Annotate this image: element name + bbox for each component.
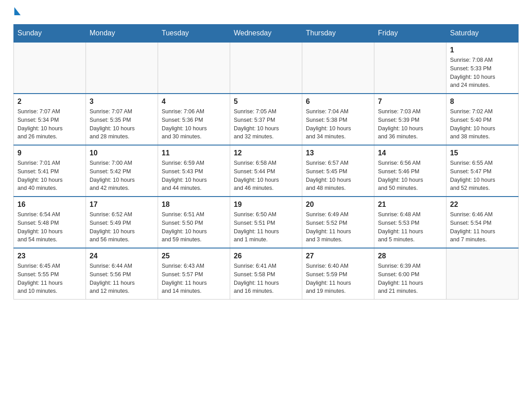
day-number: 18 (162, 201, 226, 209)
day-info: Sunrise: 6:48 AM Sunset: 5:53 PM Dayligh… (378, 210, 442, 244)
day-number: 16 (17, 201, 82, 209)
week-row-4: 16Sunrise: 6:54 AM Sunset: 5:48 PM Dayli… (14, 197, 519, 248)
day-cell: 1Sunrise: 7:08 AM Sunset: 5:33 PM Daylig… (446, 42, 519, 94)
day-number: 1 (450, 46, 515, 54)
header-monday: Monday (86, 25, 158, 43)
header-thursday: Thursday (302, 25, 374, 43)
day-number: 19 (234, 201, 298, 209)
day-number: 13 (306, 149, 370, 157)
logo (13, 9, 21, 15)
day-number: 5 (234, 98, 298, 106)
day-cell: 11Sunrise: 6:59 AM Sunset: 5:43 PM Dayli… (158, 145, 230, 197)
day-cell: 21Sunrise: 6:48 AM Sunset: 5:53 PM Dayli… (374, 197, 446, 248)
day-number: 14 (378, 149, 442, 157)
day-number: 20 (306, 201, 370, 209)
day-cell: 9Sunrise: 7:01 AM Sunset: 5:41 PM Daylig… (14, 145, 86, 197)
day-cell: 12Sunrise: 6:58 AM Sunset: 5:44 PM Dayli… (230, 145, 302, 197)
day-info: Sunrise: 6:52 AM Sunset: 5:49 PM Dayligh… (90, 210, 154, 244)
day-cell (86, 42, 158, 94)
day-number: 17 (90, 201, 154, 209)
day-cell: 18Sunrise: 6:51 AM Sunset: 5:50 PM Dayli… (158, 197, 230, 248)
day-cell: 6Sunrise: 7:04 AM Sunset: 5:38 PM Daylig… (302, 94, 374, 145)
day-cell (230, 42, 302, 94)
day-info: Sunrise: 6:45 AM Sunset: 5:55 PM Dayligh… (17, 262, 82, 295)
day-cell: 26Sunrise: 6:41 AM Sunset: 5:58 PM Dayli… (230, 248, 302, 300)
day-number: 28 (378, 252, 442, 260)
day-cell (302, 42, 374, 94)
day-cell: 10Sunrise: 7:00 AM Sunset: 5:42 PM Dayli… (86, 145, 158, 197)
day-cell: 15Sunrise: 6:55 AM Sunset: 5:47 PM Dayli… (446, 145, 519, 197)
header-saturday: Saturday (446, 25, 519, 43)
day-info: Sunrise: 6:56 AM Sunset: 5:46 PM Dayligh… (378, 159, 442, 193)
header-wednesday: Wednesday (230, 25, 302, 43)
day-number: 7 (378, 98, 442, 106)
day-info: Sunrise: 6:44 AM Sunset: 5:56 PM Dayligh… (90, 262, 154, 295)
day-info: Sunrise: 6:43 AM Sunset: 5:57 PM Dayligh… (162, 262, 226, 295)
header-sunday: Sunday (14, 25, 86, 43)
day-cell (158, 42, 230, 94)
day-cell: 24Sunrise: 6:44 AM Sunset: 5:56 PM Dayli… (86, 248, 158, 300)
day-info: Sunrise: 6:46 AM Sunset: 5:54 PM Dayligh… (450, 210, 515, 244)
day-info: Sunrise: 7:07 AM Sunset: 5:34 PM Dayligh… (17, 107, 82, 141)
day-info: Sunrise: 6:58 AM Sunset: 5:44 PM Dayligh… (234, 159, 298, 193)
day-info: Sunrise: 6:39 AM Sunset: 6:00 PM Dayligh… (378, 262, 442, 295)
week-row-2: 2Sunrise: 7:07 AM Sunset: 5:34 PM Daylig… (14, 94, 519, 145)
day-info: Sunrise: 6:57 AM Sunset: 5:45 PM Dayligh… (306, 159, 370, 193)
day-info: Sunrise: 7:06 AM Sunset: 5:36 PM Dayligh… (162, 107, 226, 141)
day-number: 10 (90, 149, 154, 157)
day-cell: 25Sunrise: 6:43 AM Sunset: 5:57 PM Dayli… (158, 248, 230, 300)
day-cell: 16Sunrise: 6:54 AM Sunset: 5:48 PM Dayli… (14, 197, 86, 248)
day-number: 12 (234, 149, 298, 157)
day-info: Sunrise: 6:40 AM Sunset: 5:59 PM Dayligh… (306, 262, 370, 295)
page-header (13, 9, 519, 15)
calendar-header-row: SundayMondayTuesdayWednesdayThursdayFrid… (14, 25, 519, 43)
day-number: 27 (306, 252, 370, 260)
day-info: Sunrise: 6:49 AM Sunset: 5:52 PM Dayligh… (306, 210, 370, 244)
day-info: Sunrise: 6:51 AM Sunset: 5:50 PM Dayligh… (162, 210, 226, 244)
day-cell: 23Sunrise: 6:45 AM Sunset: 5:55 PM Dayli… (14, 248, 86, 300)
day-cell: 2Sunrise: 7:07 AM Sunset: 5:34 PM Daylig… (14, 94, 86, 145)
day-number: 3 (90, 98, 154, 106)
day-cell (374, 42, 446, 94)
week-row-1: 1Sunrise: 7:08 AM Sunset: 5:33 PM Daylig… (14, 42, 519, 94)
day-cell: 14Sunrise: 6:56 AM Sunset: 5:46 PM Dayli… (374, 145, 446, 197)
day-info: Sunrise: 6:55 AM Sunset: 5:47 PM Dayligh… (450, 159, 515, 193)
day-cell: 4Sunrise: 7:06 AM Sunset: 5:36 PM Daylig… (158, 94, 230, 145)
day-info: Sunrise: 7:03 AM Sunset: 5:39 PM Dayligh… (378, 107, 442, 141)
day-number: 15 (450, 149, 515, 157)
week-row-5: 23Sunrise: 6:45 AM Sunset: 5:55 PM Dayli… (14, 248, 519, 300)
day-info: Sunrise: 7:04 AM Sunset: 5:38 PM Dayligh… (306, 107, 370, 141)
day-info: Sunrise: 6:41 AM Sunset: 5:58 PM Dayligh… (234, 262, 298, 295)
logo-arrow-icon (14, 7, 21, 15)
day-number: 11 (162, 149, 226, 157)
day-info: Sunrise: 7:02 AM Sunset: 5:40 PM Dayligh… (450, 107, 515, 141)
day-cell: 28Sunrise: 6:39 AM Sunset: 6:00 PM Dayli… (374, 248, 446, 300)
day-cell: 27Sunrise: 6:40 AM Sunset: 5:59 PM Dayli… (302, 248, 374, 300)
day-cell: 8Sunrise: 7:02 AM Sunset: 5:40 PM Daylig… (446, 94, 519, 145)
day-number: 4 (162, 98, 226, 106)
day-cell: 7Sunrise: 7:03 AM Sunset: 5:39 PM Daylig… (374, 94, 446, 145)
day-cell: 3Sunrise: 7:07 AM Sunset: 5:35 PM Daylig… (86, 94, 158, 145)
day-cell: 20Sunrise: 6:49 AM Sunset: 5:52 PM Dayli… (302, 197, 374, 248)
week-row-3: 9Sunrise: 7:01 AM Sunset: 5:41 PM Daylig… (14, 145, 519, 197)
day-info: Sunrise: 6:50 AM Sunset: 5:51 PM Dayligh… (234, 210, 298, 244)
day-number: 24 (90, 252, 154, 260)
header-tuesday: Tuesday (158, 25, 230, 43)
header-friday: Friday (374, 25, 446, 43)
day-info: Sunrise: 7:01 AM Sunset: 5:41 PM Dayligh… (17, 159, 82, 193)
day-number: 26 (234, 252, 298, 260)
day-cell: 13Sunrise: 6:57 AM Sunset: 5:45 PM Dayli… (302, 145, 374, 197)
day-cell: 22Sunrise: 6:46 AM Sunset: 5:54 PM Dayli… (446, 197, 519, 248)
day-number: 6 (306, 98, 370, 106)
day-number: 2 (17, 98, 82, 106)
day-cell (446, 248, 519, 300)
day-cell: 5Sunrise: 7:05 AM Sunset: 5:37 PM Daylig… (230, 94, 302, 145)
day-info: Sunrise: 7:07 AM Sunset: 5:35 PM Dayligh… (90, 107, 154, 141)
day-cell: 19Sunrise: 6:50 AM Sunset: 5:51 PM Dayli… (230, 197, 302, 248)
day-number: 22 (450, 201, 515, 209)
day-number: 25 (162, 252, 226, 260)
day-info: Sunrise: 6:59 AM Sunset: 5:43 PM Dayligh… (162, 159, 226, 193)
day-info: Sunrise: 7:05 AM Sunset: 5:37 PM Dayligh… (234, 107, 298, 141)
day-cell: 17Sunrise: 6:52 AM Sunset: 5:49 PM Dayli… (86, 197, 158, 248)
calendar-table: SundayMondayTuesdayWednesdayThursdayFrid… (13, 24, 519, 300)
